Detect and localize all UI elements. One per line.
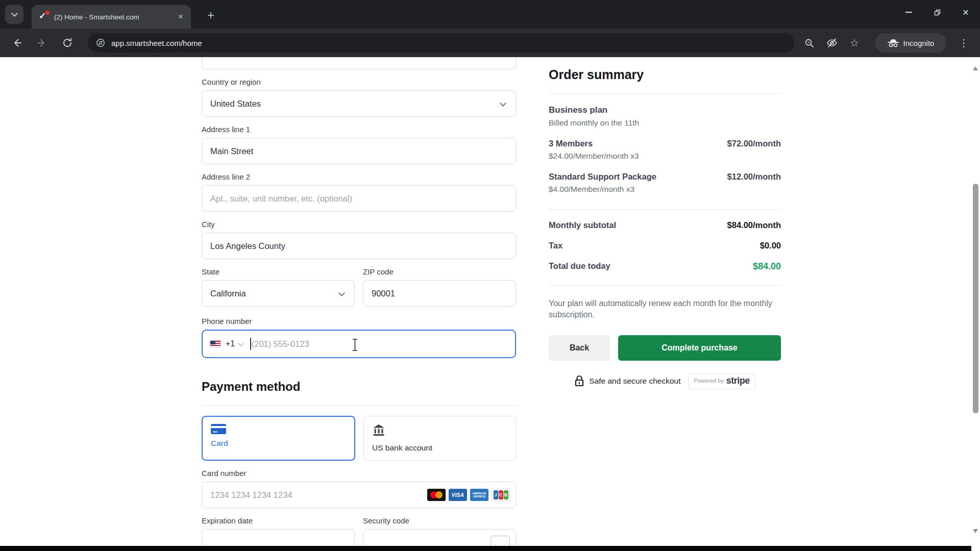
card-number-label: Card number [202, 469, 516, 478]
amex-icon: AMERICAN EXPRESS [470, 489, 488, 501]
item-price: $72.00/month [727, 139, 781, 148]
plan-name: Business plan [549, 105, 781, 115]
mastercard-icon [427, 489, 446, 501]
item-name: Standard Support Package [549, 172, 656, 182]
forward-button[interactable] [32, 33, 52, 53]
notification-dot [45, 11, 50, 15]
tax-value: $0.00 [760, 241, 781, 251]
secure-checkout: Safe and secure checkout Powered by stri… [549, 373, 781, 389]
phone-label: Phone number [202, 317, 516, 325]
city-label: City [202, 220, 516, 229]
card-tab-label: Card [211, 439, 346, 448]
close-window-button[interactable]: ✕ [951, 0, 980, 24]
complete-purchase-button[interactable]: Complete purchase [618, 335, 781, 361]
country-select[interactable]: United States [202, 90, 516, 117]
browser-window: ✓ (2) Home - Smartsheet.com × + ✕ [0, 0, 980, 551]
billing-form: Country or region United States Address … [202, 57, 516, 551]
tab-title: (2) Home - Smartsheet.com [54, 13, 176, 21]
divider [549, 93, 781, 94]
browser-menu-button[interactable]: ⋮ [953, 33, 974, 53]
incognito-label: Incognito [903, 39, 935, 47]
star-icon: ☆ [850, 37, 859, 49]
total-value: $84.00 [753, 261, 781, 272]
close-icon: ✕ [962, 8, 969, 17]
site-info-icon [96, 38, 105, 47]
phone-placeholder: (201) 555-0123 [252, 339, 309, 349]
order-summary: Order summary Business plan Billed month… [549, 61, 781, 389]
browser-tab[interactable]: ✓ (2) Home - Smartsheet.com × [32, 5, 191, 29]
payment-tab-card[interactable]: Card [202, 416, 355, 461]
back-arrow-icon [11, 37, 22, 48]
total-row: Total due today $84.00 [549, 261, 781, 272]
state-label: State [202, 267, 355, 276]
ibeam-cursor [352, 338, 358, 352]
screen-edge-strip [0, 546, 971, 551]
us-flag-icon [210, 340, 221, 347]
tab-close-icon[interactable]: × [176, 12, 186, 22]
scrollbar-up-arrow[interactable] [973, 66, 978, 70]
restore-button[interactable] [923, 0, 951, 24]
stripe-logo: stripe [726, 375, 750, 386]
tab-strip: ✓ (2) Home - Smartsheet.com × + ✕ [0, 0, 980, 29]
visa-icon: VISA [449, 489, 467, 501]
subtotal-label: Monthly subtotal [549, 220, 616, 230]
scrollbar-thumb[interactable] [973, 184, 978, 413]
phone-country-code[interactable]: +1 [226, 339, 235, 348]
phone-input[interactable]: +1 (201) 555-0123 [202, 330, 516, 358]
back-button[interactable] [7, 33, 27, 53]
jcb-icon: J C B [492, 489, 510, 501]
payment-tab-bank[interactable]: US bank account [363, 416, 516, 461]
payment-method-heading: Payment method [202, 380, 516, 394]
stripe-badge: Powered by stripe [689, 373, 755, 389]
secure-checkout-label: Safe and secure checkout [589, 377, 680, 386]
url-bar[interactable]: app.smartsheet.com/home [88, 33, 794, 53]
address1-label: Address line 1 [202, 125, 516, 134]
chevron-down-icon [238, 340, 244, 346]
security-code-label: Security code [363, 516, 516, 525]
preview-hidden-button[interactable] [822, 33, 842, 53]
city-input[interactable] [202, 233, 516, 259]
reload-icon [62, 37, 73, 48]
new-tab-button[interactable]: + [202, 7, 219, 24]
window-controls: ✕ [894, 0, 980, 24]
subtotal-row: Monthly subtotal $84.00/month [549, 220, 781, 230]
partial-input-top[interactable] [202, 57, 516, 69]
address1-input[interactable] [202, 138, 516, 164]
bank-tab-label: US bank account [372, 443, 507, 453]
forward-arrow-icon [36, 37, 47, 48]
restore-icon [934, 9, 941, 16]
billing-cycle: Billed monthly on the 11th [549, 118, 781, 128]
url-text: app.smartsheet.com/home [111, 39, 202, 47]
eye-slash-icon [826, 37, 838, 49]
divider [549, 285, 781, 286]
country-value: United States [210, 99, 261, 109]
powered-by-label: Powered by [694, 378, 724, 384]
reload-button[interactable] [57, 33, 78, 53]
address2-input[interactable] [202, 185, 516, 212]
zip-label: ZIP code [363, 267, 516, 276]
back-button[interactable]: Back [549, 335, 610, 361]
zip-input[interactable] [363, 280, 516, 307]
order-summary-heading: Order summary [549, 67, 781, 82]
country-label: Country or region [202, 78, 516, 86]
tab-search-button[interactable] [5, 5, 23, 24]
chevron-down-icon [500, 100, 506, 107]
bank-icon [372, 423, 385, 437]
minimize-button[interactable] [894, 0, 923, 24]
item-price: $12.00/month [727, 172, 781, 182]
state-select[interactable]: California [202, 280, 355, 307]
item-detail: $4.00/Member/month x3 [549, 185, 781, 194]
bookmark-button[interactable]: ☆ [844, 33, 865, 53]
incognito-badge: Incognito [875, 33, 946, 53]
credit-card-icon [211, 424, 226, 434]
line-item: 3 Members $72.00/month [549, 139, 781, 148]
chevron-down-icon [338, 290, 345, 296]
expiration-label: Expiration date [202, 516, 355, 525]
incognito-icon [887, 38, 899, 48]
find-button[interactable] [799, 33, 819, 53]
subtotal-value: $84.00/month [727, 220, 781, 230]
divider [549, 209, 781, 210]
scrollbar-down-arrow[interactable] [973, 529, 978, 533]
checkout-page: Country or region United States Address … [0, 57, 980, 551]
text-caret [250, 338, 251, 350]
